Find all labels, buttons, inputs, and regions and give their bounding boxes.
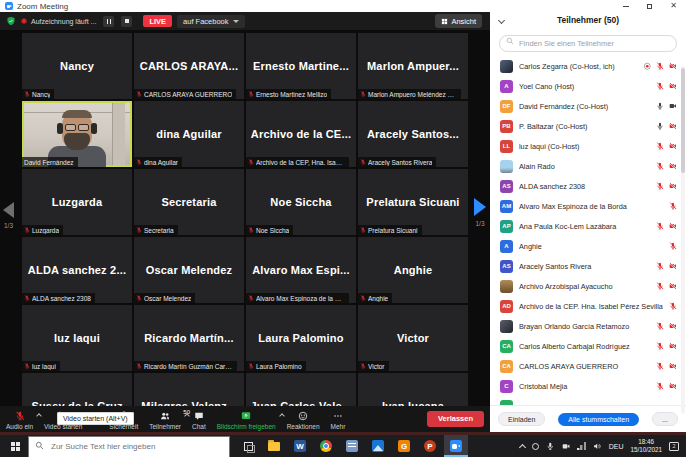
meeting-main-area: Aufzeichnung läuft ... LIVE auf Facebook… [0,12,490,432]
word-button[interactable]: W [288,435,312,457]
invite-button[interactable]: Einladen [498,412,545,426]
participant-row[interactable]: C Cristobal Mejia [490,376,686,396]
video-tile[interactable]: Noe SicchaNoe Siccha [246,169,356,235]
video-tile[interactable]: AnghieAnghie [358,237,468,303]
notebook-button[interactable] [340,435,364,457]
circle-tray-icon[interactable] [532,443,539,450]
g-app-button[interactable]: G [392,435,416,457]
participant-row[interactable]: PB P. Baltazar (Co-Host) [490,116,686,136]
participant-row[interactable]: CA CARLOS ARAYA GUERRERO [490,356,686,376]
view-button[interactable]: Ansicht [435,14,482,28]
mute-all-button[interactable]: Alle stummschalten [558,413,639,426]
video-tile[interactable]: luz laquiluz laqui [22,305,132,371]
participant-row[interactable]: A Yoel Cano (Host) [490,76,686,96]
search-input[interactable] [499,35,677,52]
video-tile[interactable]: Laura PalominoLaura Palomino [246,305,356,371]
participant-row[interactable]: Carlos Zegarra (Co-Host, ich) [490,56,686,76]
mic-tray-icon[interactable] [546,442,555,451]
participant-row[interactable]: LL luz laqui (Co-Host) [490,136,686,156]
next-page-button[interactable] [474,198,486,216]
video-tile[interactable]: LuzgardaLuzgarda [22,169,132,235]
video-tile[interactable]: Ernesto Martine...Ernesto Martinez Melli… [246,33,356,99]
participants-button[interactable]: 50 Teilnehmer [149,411,181,430]
video-tile[interactable]: Sussy de la CruzSussy de la Cruz [22,373,132,406]
language-indicator[interactable]: DEU [609,443,624,450]
tile-name-chip: ALDA sanchez 2308 [22,293,95,303]
video-tile[interactable]: dina Aguilardina Aguilar [134,101,244,167]
start-button[interactable] [2,435,28,457]
participant-row[interactable]: AP Ana Paula Koc-Lem Lazábara [490,216,686,236]
tile-label: Marlon Ampuero Meléndez Prel... [368,91,457,98]
chrome-button[interactable] [314,435,338,457]
video-tile[interactable]: NancyNancy [22,33,132,99]
window-titlebar: Zoom Meeting ✕ [0,0,686,12]
maximize-icon[interactable] [647,4,652,9]
avatar: DF [500,100,513,113]
participant-display-name: dina Aguilar [156,128,222,140]
chevron-up-icon[interactable] [36,413,42,419]
share-screen-button[interactable]: Bildschirm freigeben [217,411,276,430]
mic-muted-icon [15,411,25,421]
participant-row[interactable]: CA Carlos Alberto Carbajal Rodríguez [490,336,686,356]
close-icon[interactable]: ✕ [670,2,677,10]
mic-status-icon [656,382,664,390]
volume-icon[interactable] [593,442,602,451]
network-icon[interactable] [577,442,586,450]
video-tile[interactable]: Aracely Santos...Aracely Santos Rivera [358,101,468,167]
video-tile[interactable]: Archivo de la CE...Archivo de la CEP, Hn… [246,101,356,167]
pause-recording-button[interactable] [103,16,114,27]
video-tile[interactable]: Ricardo Martín...Ricardo Martín Guzmán C… [134,305,244,371]
participant-row[interactable] [490,396,686,405]
chat-button[interactable]: Chat [192,411,206,430]
unmute-audio-button[interactable]: Audio ein [6,411,33,430]
video-tile[interactable]: Milagros Valenz...Milagros Valenzuela [134,373,244,406]
file-explorer-button[interactable] [262,435,286,457]
participant-row[interactable]: Brayan Orlando García Retamozo [490,316,686,336]
stop-recording-button[interactable] [121,16,132,27]
participant-row[interactable]: DF David Fernández (Co-Host) [490,96,686,116]
participant-row[interactable]: AD Archivo de la CEP. Hna. Isabel Pérez … [490,296,686,316]
video-tile-active-speaker[interactable]: David Fernández [22,101,132,167]
leave-meeting-button[interactable]: Verlassen [427,411,484,427]
taskbar-search-input[interactable] [28,436,230,457]
video-tile[interactable]: ALDA sanchez 2...ALDA sanchez 2308 [22,237,132,303]
panel-more-button[interactable]: ... [652,412,678,426]
zoom-app-button[interactable] [444,435,468,457]
video-tile[interactable]: Ivan lucanaIvan lucana [358,373,468,406]
tile-name-chip: Oscar Melendez [134,293,195,303]
powerpoint-button[interactable]: P [418,435,442,457]
video-tile[interactable]: Marlon Ampuer...Marlon Ampuero Meléndez … [358,33,468,99]
task-view-button[interactable] [236,435,260,457]
panel-scrollbar[interactable] [681,66,685,414]
video-tile[interactable]: Oscar MelendezOscar Melendez [134,237,244,303]
chevron-down-icon[interactable] [498,17,505,24]
live-target-dropdown[interactable]: auf Facebook [177,15,244,28]
reactions-button[interactable]: Reaktionen [287,411,320,430]
encryption-shield-icon[interactable] [6,16,16,26]
video-tile[interactable]: CARLOS ARAYA...CARLOS ARAYA GUERRERO [134,33,244,99]
participant-row[interactable]: AM Alvaro Max Espinoza de la Borda [490,196,686,216]
chevron-up-icon[interactable] [519,443,526,450]
participant-row[interactable]: AS Aracely Santos Rivera [490,256,686,276]
participant-row[interactable]: A Anghie [490,236,686,256]
prev-page-button[interactable] [3,202,14,218]
participant-row[interactable]: Alain Rado [490,156,686,176]
video-tile[interactable]: Alvaro Max Espi...Alvaro Max Espinoza de… [246,237,356,303]
participant-row[interactable]: AS ALDA sanchez 2308 [490,176,686,196]
video-tile[interactable]: Juan Carlos Vale...Juan Carlos Valero Va… [246,373,356,406]
chrome-icon [320,440,332,452]
scrollbar-thumb[interactable] [681,68,685,173]
video-tile[interactable]: SecretariaSecretaria [134,169,244,235]
avatar: AS [500,180,513,193]
photos-button[interactable] [366,435,390,457]
notification-icon[interactable]: 2 [669,442,679,451]
video-tile[interactable]: VictorVictor [358,305,468,371]
camera-tray-icon[interactable] [562,442,571,451]
participant-row[interactable]: Archivo Arzobispal Ayacucho [490,276,686,296]
clock[interactable]: 18:46 15/10/2021 [630,438,662,454]
minimize-icon[interactable] [623,6,629,7]
status-icons [656,342,677,350]
video-tile[interactable]: Prelatura SicuaniPrelatura Sicuani [358,169,468,235]
chevron-up-icon[interactable] [279,413,285,419]
more-button[interactable]: Mehr [331,411,346,430]
